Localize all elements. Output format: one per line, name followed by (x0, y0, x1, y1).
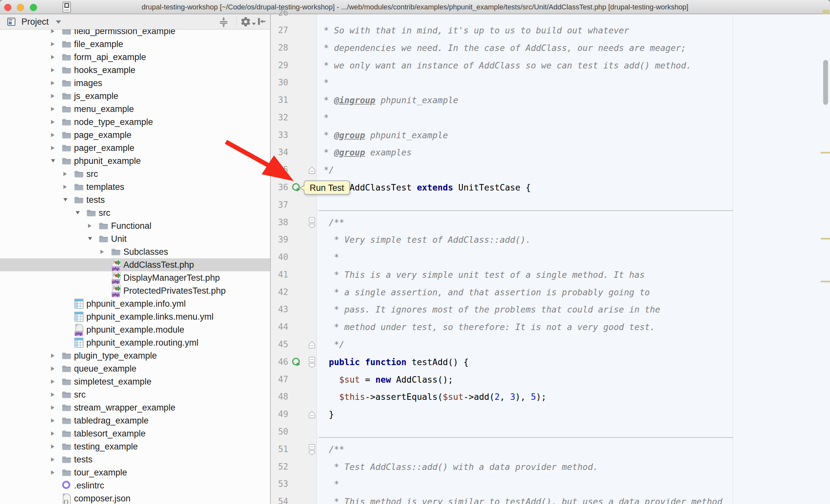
error-stripe-mark[interactable] (821, 238, 830, 239)
fold-marker-icon[interactable] (308, 217, 316, 230)
code-line-29[interactable]: * we only want an instance of AddClass s… (318, 57, 692, 74)
chevron-collapsed-icon[interactable] (51, 470, 55, 476)
tree-item-tests[interactable]: tests (0, 194, 270, 206)
code-line-43[interactable]: * pass. It ignores most of the problems … (318, 301, 660, 318)
tree-item-phpunit-example[interactable]: phpunit_example (0, 155, 270, 167)
chevron-collapsed-icon[interactable] (51, 29, 55, 35)
chevron-collapsed-icon[interactable] (51, 431, 55, 437)
hide-panel-icon[interactable] (256, 16, 268, 28)
chevron-collapsed-icon[interactable] (51, 379, 55, 385)
chevron-collapsed-icon[interactable] (88, 223, 92, 230)
tree-item-menu-example[interactable]: menu_example (0, 103, 270, 115)
chevron-collapsed-icon[interactable] (51, 132, 55, 139)
code-line-33[interactable]: * @group phpunit_example (318, 127, 448, 144)
chevron-collapsed-icon[interactable] (51, 120, 55, 126)
chevron-collapsed-icon[interactable] (51, 80, 55, 87)
vertical-scrollbar[interactable] (823, 60, 828, 105)
chevron-expanded-icon[interactable] (51, 158, 56, 164)
tree-item-form-api-example[interactable]: form_api_example (0, 51, 270, 64)
tree-item-unit[interactable]: Unit (0, 232, 270, 245)
chevron-collapsed-icon[interactable] (63, 171, 67, 178)
chevron-down-icon[interactable] (56, 21, 61, 24)
chevron-expanded-icon[interactable] (75, 210, 80, 216)
chevron-collapsed-icon[interactable] (51, 106, 55, 113)
code-line-30[interactable]: * (318, 74, 329, 92)
tree-item-tour-example[interactable]: tour_example (0, 466, 270, 479)
chevron-collapsed-icon[interactable] (51, 55, 55, 61)
tree-item-phpunit-example-links-menu-yml[interactable]: phpunit_example.links.menu.yml (0, 310, 270, 323)
error-stripe-mark[interactable] (821, 281, 830, 282)
fold-marker-icon[interactable] (308, 444, 316, 457)
tree-item-stream-wrapper-example[interactable]: stream_wrapper_example (0, 401, 270, 414)
tree-item-node-type-example[interactable]: node_type_example (0, 115, 270, 129)
chevron-collapsed-icon[interactable] (51, 94, 55, 100)
code-line-36[interactable]: class AddClassTest extends UnitTestCase … (318, 179, 531, 196)
tree-item-testing-example[interactable]: testing_example (0, 440, 270, 453)
code-line-48[interactable]: $this->assertEquals($sut->add(2, 3), 5); (318, 388, 546, 406)
code-line-39[interactable]: * Very simple test of AddClass::add(). (318, 231, 531, 248)
chevron-expanded-icon[interactable] (63, 197, 68, 203)
code-line-51[interactable]: /** (318, 441, 344, 458)
editor-area[interactable] (271, 14, 830, 504)
chevron-collapsed-icon[interactable] (51, 418, 55, 425)
tree-item-hooks-example[interactable]: hooks_example (0, 64, 270, 76)
code-line-53[interactable]: * (318, 475, 339, 493)
chevron-down-icon[interactable] (252, 23, 256, 25)
chevron-collapsed-icon[interactable] (51, 457, 55, 464)
code-line-47[interactable]: $sut = new AddClass(); (318, 371, 453, 389)
chevron-collapsed-icon[interactable] (51, 353, 55, 360)
tree-item-pager-example[interactable]: pager_example (0, 141, 270, 155)
code-line-27[interactable]: * So with that in mind, it's up to us to… (318, 22, 629, 39)
code-line-38[interactable]: /** (318, 214, 344, 231)
tree-item-page-example[interactable]: page_example (0, 129, 270, 141)
project-panel-title[interactable]: Project (22, 14, 49, 29)
collapse-all-icon[interactable] (218, 16, 230, 28)
tree-item-file-example[interactable]: file_example (0, 38, 270, 51)
settings-gear-icon[interactable] (240, 16, 252, 28)
tree-item--eslintrc[interactable]: .eslintrc (0, 479, 270, 492)
tree-item-tabledrag-example[interactable]: tabledrag_example (0, 414, 270, 427)
tree-item-simpletest-example[interactable]: simpletest_example (0, 375, 270, 388)
code-line-54[interactable]: * This method is very similar to testAdd… (318, 493, 722, 504)
chevron-collapsed-icon[interactable] (51, 67, 55, 74)
fold-marker-icon[interactable] (308, 166, 316, 175)
run-test-icon[interactable] (291, 357, 301, 368)
tree-item-plugin-type-example[interactable]: plugin_type_example (0, 349, 270, 362)
code-line-40[interactable]: * (318, 248, 339, 266)
tree-item-src[interactable]: src (0, 206, 270, 220)
fold-marker-icon[interactable] (308, 410, 316, 420)
chevron-collapsed-icon[interactable] (63, 184, 67, 191)
tree-item-queue-example[interactable]: queue_example (0, 362, 270, 375)
code-line-28[interactable]: * dependencies we need. In the case of A… (318, 39, 686, 57)
tree-item-phpunit-example-routing-yml[interactable]: phpunit_example.routing.yml (0, 336, 270, 349)
tree-item-displaymanagertest-php[interactable]: phpDisplayManagerTest.php (0, 271, 270, 284)
tree-item-composer-json[interactable]: {}composer.json (0, 492, 270, 504)
tree-item-templates[interactable]: templates (0, 180, 270, 194)
code-line-52[interactable]: * Test AddClass::add() with a data provi… (318, 458, 598, 476)
fold-marker-icon[interactable] (308, 341, 316, 350)
tree-item-phpunit-example-module[interactable]: phpphpunit_example.module (0, 323, 270, 336)
code-line-35[interactable]: */ (318, 161, 334, 179)
code-line-49[interactable]: } (318, 406, 334, 423)
inspection-status-indicator[interactable] (823, 10, 829, 14)
fold-marker-icon[interactable] (308, 356, 316, 369)
chevron-collapsed-icon[interactable] (51, 366, 55, 373)
tree-item-functional[interactable]: Functional (0, 220, 270, 232)
code-line-32[interactable]: * (318, 109, 329, 127)
chevron-collapsed-icon[interactable] (51, 145, 55, 152)
tree-item-protectedprivatestest-php[interactable]: phpProtectedPrivatesTest.php (0, 284, 270, 297)
code-line-45[interactable]: */ (318, 336, 344, 354)
chevron-collapsed-icon[interactable] (100, 249, 104, 256)
chevron-collapsed-icon[interactable] (51, 405, 55, 411)
tree-item-src[interactable]: src (0, 167, 270, 180)
tree-item-images[interactable]: images (0, 76, 270, 90)
code-line-31[interactable]: * @ingroup phpunit_example (318, 92, 458, 109)
tree-item-tablesort-example[interactable]: tablesort_example (0, 427, 270, 440)
error-stripe-mark[interactable] (821, 152, 830, 154)
chevron-expanded-icon[interactable] (88, 236, 93, 242)
tree-item-subclasses[interactable]: Subclasses (0, 245, 270, 258)
tree-item-js-example[interactable]: js_example (0, 90, 270, 103)
code-line-42[interactable]: * a single assertion, and that assertion… (318, 283, 650, 301)
code-line-41[interactable]: * This is a very simple unit test of a s… (318, 266, 645, 283)
chevron-collapsed-icon[interactable] (51, 41, 55, 48)
